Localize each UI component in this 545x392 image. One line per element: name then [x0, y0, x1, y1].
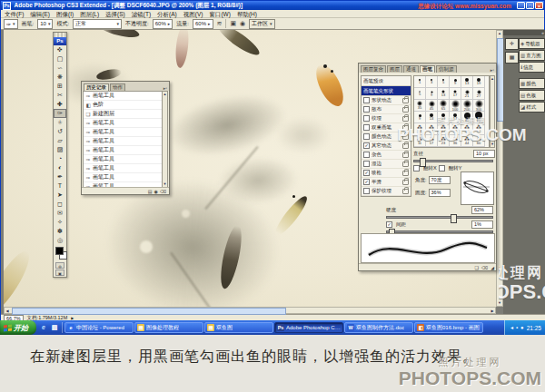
brush-preset[interactable]: ⁂24: [426, 123, 438, 135]
menu-item[interactable]: 分析(A): [157, 11, 177, 17]
history-state[interactable]: ✑画笔工具: [84, 128, 163, 137]
delete-state-icon[interactable]: ⌫: [160, 188, 166, 194]
brush-option[interactable]: 杂色: [362, 151, 411, 160]
history-state[interactable]: ◧色阶: [84, 101, 163, 110]
hand-tool[interactable]: ✽: [54, 227, 66, 236]
brush-preset[interactable]: 9: [426, 88, 438, 100]
checkbox-icon[interactable]: [363, 115, 370, 122]
brush-option[interactable]: ✓平滑: [362, 178, 411, 187]
brush-preset[interactable]: 200: [461, 100, 473, 112]
history-state[interactable]: ✑画笔工具: [84, 92, 163, 101]
hardness-slider[interactable]: [386, 216, 493, 219]
brush-option[interactable]: 湿边: [362, 160, 411, 169]
brush-preset[interactable]: 13: [438, 88, 450, 100]
brush-grid-scrollbar[interactable]: ▲ ▼: [490, 75, 495, 148]
hardness-value[interactable]: 62%: [471, 206, 493, 214]
dock-mini-button-2[interactable]: ▦: [505, 52, 519, 64]
brush-preset[interactable]: 45: [461, 112, 473, 123]
brush-preset[interactable]: ⁂14: [414, 123, 426, 135]
dock-collapse-button[interactable]: «: [503, 30, 545, 35]
maximize-button[interactable]: □: [526, 2, 534, 9]
angle-roundness-preview[interactable]: [461, 172, 494, 205]
shape-tool[interactable]: ◻: [54, 200, 66, 209]
brush-preset[interactable]: 65: [438, 100, 450, 112]
diameter-value[interactable]: 10 px: [473, 150, 495, 158]
history-state[interactable]: ✑画笔工具: [84, 173, 163, 182]
taskbar-task[interactable]: e中国论坛 - Powered: [64, 322, 134, 333]
diameter-slider[interactable]: [413, 160, 493, 162]
history-state[interactable]: ❏新建图层: [84, 110, 163, 119]
tray-volume-icon[interactable]: ◂: [510, 320, 513, 335]
flow-input[interactable]: 60% ▸: [193, 19, 213, 29]
dock-panel-info[interactable]: ℹ信息: [519, 62, 545, 73]
checkbox-icon[interactable]: [363, 97, 370, 103]
tab-channels[interactable]: 通道: [403, 65, 419, 73]
brush-tip-shape-item[interactable]: 画笔笔尖形状: [362, 86, 411, 96]
scroll-up-icon[interactable]: ▲: [163, 92, 167, 97]
brush-preset[interactable]: ⁂44: [461, 135, 473, 147]
path-select-tool[interactable]: ➤: [54, 191, 66, 200]
brush-preset[interactable]: 19: [473, 76, 485, 88]
scroll-right-icon[interactable]: ▶: [490, 309, 495, 314]
bridge-button[interactable]: ▣: [230, 20, 236, 27]
brush-tool[interactable]: ✑: [54, 109, 66, 118]
history-state[interactable]: ✑画笔工具: [84, 155, 163, 164]
foreground-color-swatch[interactable]: [55, 247, 64, 255]
checkbox-icon[interactable]: ✓: [363, 179, 370, 185]
blur-tool[interactable]: ◔: [54, 154, 66, 163]
brush-option[interactable]: 保护纹理: [362, 187, 411, 196]
brush-preset[interactable]: 17: [450, 112, 461, 123]
checkbox-checked-icon[interactable]: ✓: [386, 221, 392, 228]
checkbox-icon[interactable]: [439, 165, 445, 172]
mode-select[interactable]: 正常 ▾: [73, 19, 122, 29]
menu-item[interactable]: 文件(F): [5, 11, 24, 17]
workspace-button[interactable]: 工作区 ▾: [249, 19, 275, 29]
checkbox-icon[interactable]: [413, 165, 420, 172]
brush-preset[interactable]: 13: [426, 112, 438, 123]
scroll-left-icon[interactable]: ◀: [5, 309, 10, 314]
new-snapshot-icon[interactable]: ◉: [154, 188, 158, 194]
crop-tool[interactable]: ⊞: [54, 82, 66, 91]
checkbox-icon[interactable]: [363, 106, 370, 113]
brush-preset[interactable]: 35: [414, 100, 426, 112]
dock-panel-styles[interactable]: ◪样式: [519, 102, 545, 113]
brush-preset[interactable]: ⁂17: [426, 135, 438, 147]
menu-item[interactable]: 帮助(H): [237, 11, 257, 17]
tab-clone-source[interactable]: 仿制源: [436, 65, 457, 73]
brush-option[interactable]: 散布: [362, 105, 411, 114]
brush-preset[interactable]: ⁂46: [461, 123, 473, 135]
angle-value[interactable]: 70度: [429, 176, 451, 184]
delete-brush-icon[interactable]: ⌫: [481, 264, 488, 270]
taskbar-task[interactable]: ▤双鱼图: [204, 322, 273, 333]
history-state[interactable]: ✑画笔工具: [84, 164, 163, 173]
history-state[interactable]: ✑画笔工具: [84, 137, 163, 146]
brush-preset[interactable]: 100: [450, 100, 461, 112]
checkbox-icon[interactable]: ✓: [363, 142, 370, 149]
dock-panel-histogram[interactable]: ▥直方图: [519, 50, 545, 61]
opacity-input[interactable]: 60% ▸: [153, 19, 173, 29]
brush-preset[interactable]: ⁂59: [473, 123, 485, 135]
scroll-up-icon[interactable]: ▲: [490, 76, 494, 82]
airbrush-toggle-icon[interactable]: ≋: [217, 20, 223, 27]
healing-brush-tool[interactable]: ✚: [54, 100, 66, 109]
start-button[interactable]: 开始: [0, 320, 36, 335]
slice-tool[interactable]: ✂: [54, 91, 66, 100]
dodge-tool[interactable]: ◐: [54, 163, 66, 172]
panel-menu-icon[interactable]: ▸▫: [490, 67, 494, 73]
horizontal-scrollbar[interactable]: ◀ ▶: [4, 307, 496, 314]
checkbox-icon[interactable]: [363, 124, 370, 131]
brush-presets-item[interactable]: 画笔预设: [362, 76, 411, 86]
checkbox-icon[interactable]: [363, 188, 370, 194]
history-state[interactable]: ✑画笔工具: [84, 146, 163, 155]
brush-preset[interactable]: ⁂39: [450, 123, 461, 135]
brush-option[interactable]: 纹理: [362, 114, 411, 123]
brush-preset[interactable]: 65: [473, 112, 485, 123]
taskbar-task[interactable]: ◧双鱼图016.bmp - 画图: [414, 322, 483, 333]
dock-panel-navigator[interactable]: ◈导航器: [519, 38, 545, 49]
type-tool[interactable]: T: [54, 181, 66, 191]
brush-preset[interactable]: 45: [426, 100, 438, 112]
spacing-value[interactable]: 1%: [471, 220, 493, 229]
menu-item[interactable]: 滤镜(T): [132, 11, 151, 17]
quick-mask-button[interactable]: ◍: [55, 262, 64, 269]
tray-antivirus-icon[interactable]: ●: [520, 320, 524, 335]
